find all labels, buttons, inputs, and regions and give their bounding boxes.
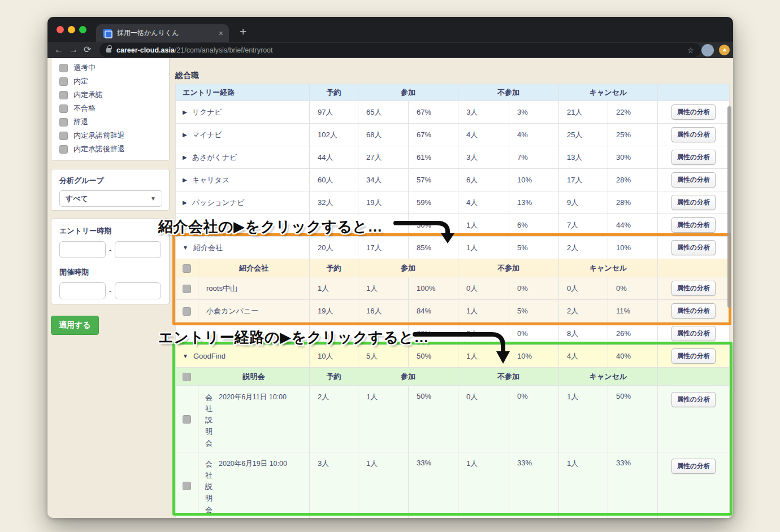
bookmark-star-icon[interactable]: ☆	[687, 46, 694, 55]
status-filter-checkbox[interactable]	[59, 77, 68, 86]
table-row: roots中山1人1人100%0人0%0人0%属性の分析	[176, 277, 730, 300]
entry-period-from-input[interactable]	[59, 241, 106, 258]
analyze-attributes-button[interactable]: 属性の分析	[671, 326, 716, 341]
url-domain: career-cloud.asia	[116, 46, 175, 54]
page-scrollbar[interactable]	[727, 106, 731, 308]
tab-close-icon[interactable]: ×	[219, 29, 223, 38]
entry-period-to-input[interactable]	[115, 241, 161, 258]
row-checkbox-cell	[176, 452, 198, 518]
url-bar[interactable]: career-cloud.asia /21/com/analysis/brief…	[99, 43, 701, 57]
analyze-attributes-button[interactable]: 属性の分析	[671, 104, 716, 120]
event-period-from-input[interactable]	[59, 282, 106, 299]
analyze-attributes-button[interactable]: 属性の分析	[671, 195, 716, 210]
cell-value: 0人	[559, 277, 608, 300]
table-row: 説明会予約参加不参加キャンセル	[176, 368, 730, 386]
analyze-attributes-button[interactable]: 属性の分析	[671, 150, 716, 165]
cell-value: 3人	[310, 452, 358, 518]
analysis-group-select[interactable]: すべて ▼	[59, 190, 162, 207]
expand-toggle-icon[interactable]: ▶	[183, 132, 187, 138]
cell-value: 7%	[509, 146, 559, 169]
cell-value: 0人	[458, 386, 509, 452]
forward-icon[interactable]: →	[69, 44, 78, 55]
status-filter-checkbox[interactable]	[59, 145, 68, 154]
cell-value: 50%	[409, 345, 458, 368]
close-window-button[interactable]	[57, 26, 64, 33]
row-checkbox[interactable]	[183, 264, 191, 273]
expand-toggle-icon[interactable]: ▶	[183, 199, 187, 206]
subcolumn-actions	[658, 368, 730, 386]
cell-value: 100%	[409, 277, 458, 300]
back-icon[interactable]: ←	[54, 44, 63, 55]
status-filter-checkbox[interactable]	[59, 91, 68, 99]
range-separator: -	[109, 246, 111, 254]
route-name-cell: ▶マイナビ	[176, 124, 310, 146]
new-tab-button[interactable]: +	[240, 25, 246, 38]
route-name-cell: ▶キャリタス	[176, 169, 310, 191]
profile-avatar[interactable]	[701, 44, 714, 56]
expand-toggle-icon[interactable]: ▶	[183, 177, 187, 183]
lock-icon	[106, 48, 111, 53]
status-filter-checkbox[interactable]	[59, 118, 68, 127]
status-filter-item: 内定承諾	[59, 88, 161, 102]
analyze-attributes-button[interactable]: 属性の分析	[671, 281, 716, 296]
status-filter-checkbox[interactable]	[59, 104, 68, 113]
analyze-attributes-button[interactable]: 属性の分析	[671, 172, 716, 187]
minimize-window-button[interactable]	[68, 26, 75, 33]
analyze-attributes-button[interactable]: 属性の分析	[671, 127, 716, 142]
analyze-attributes-button[interactable]: 属性の分析	[671, 303, 716, 319]
event-period-to-input[interactable]	[115, 282, 161, 299]
cell-value: 1人	[458, 345, 509, 368]
fullscreen-window-button[interactable]	[79, 26, 86, 33]
cell-value: 5人	[358, 345, 409, 368]
cell-value: 67%	[409, 124, 458, 146]
entry-period-label: エントリー時期	[59, 226, 161, 236]
row-checkbox-cell	[176, 259, 198, 277]
cell-value: 10%	[608, 237, 658, 259]
cell-value: 33%	[509, 452, 559, 518]
column-header-route: エントリー経路	[176, 84, 310, 101]
collapse-toggle-icon[interactable]: ▼	[183, 353, 188, 359]
range-separator: -	[109, 287, 111, 295]
cell-value: 1人	[559, 452, 608, 518]
event-name-vertical: 会社説明会	[205, 392, 214, 449]
analyze-attributes-button[interactable]: 属性の分析	[671, 348, 716, 364]
subcolumn-absent: 不参加	[458, 259, 559, 277]
apply-button[interactable]: 適用する	[51, 316, 99, 335]
route-name: リクナビ	[192, 108, 222, 116]
expand-toggle-icon[interactable]: ▶	[183, 154, 187, 160]
route-name: GoodFind	[193, 352, 226, 360]
status-filter-checkbox[interactable]	[59, 64, 68, 72]
row-checkbox[interactable]	[183, 415, 191, 424]
event-name-cell: 会社説明会2020年6月11日 10:00	[198, 386, 310, 452]
status-filter-item: 内定	[59, 75, 161, 88]
row-checkbox[interactable]	[183, 482, 191, 490]
analyze-attributes-button[interactable]: 属性の分析	[671, 240, 716, 255]
cell-value: 1人	[458, 214, 509, 237]
cell-value: 3%	[509, 101, 559, 124]
cell-value: 4人	[458, 124, 509, 146]
row-checkbox[interactable]	[183, 373, 191, 381]
subtable-title: 説明会	[198, 368, 310, 386]
cell-value: 4人	[458, 191, 509, 214]
subcolumn-actions	[658, 259, 730, 277]
browser-tab[interactable]: 採用一括かんりくん ×	[96, 24, 229, 42]
update-indicator-icon[interactable]	[719, 45, 730, 55]
reload-icon[interactable]: ⟳	[84, 44, 91, 55]
column-header-actions	[658, 84, 730, 101]
cell-value: 102人	[310, 124, 358, 146]
cell-value: 59%	[409, 191, 458, 214]
subtable-title: 紹介会社	[198, 259, 310, 277]
row-checkbox[interactable]	[183, 285, 191, 293]
analyze-attributes-button[interactable]: 属性の分析	[671, 392, 716, 407]
cell-value: 85%	[409, 237, 458, 259]
cell-value: 2人	[310, 386, 358, 452]
status-filter-checkbox[interactable]	[59, 132, 68, 140]
expand-toggle-icon[interactable]: ▶	[183, 109, 187, 115]
collapse-toggle-icon[interactable]: ▼	[183, 245, 188, 251]
analyze-attributes-button[interactable]: 属性の分析	[671, 217, 716, 233]
analyze-attributes-button[interactable]: 属性の分析	[671, 459, 716, 474]
status-filter-item: 内定承諾前辞退	[59, 129, 161, 142]
row-checkbox[interactable]	[183, 307, 191, 316]
cell-value: 7人	[559, 214, 608, 237]
route-name: あさがくナビ	[192, 153, 237, 162]
